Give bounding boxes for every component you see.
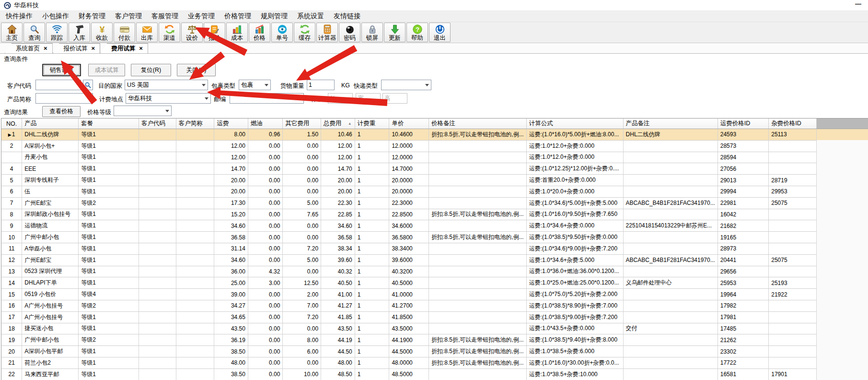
menu-item-4[interactable]: 客户管理 bbox=[115, 12, 142, 21]
menu-item-5[interactable]: 客服管理 bbox=[151, 12, 178, 21]
cell-fuel: 0.00 bbox=[248, 197, 282, 209]
column-header-other-fee[interactable]: 其它费用 bbox=[283, 119, 321, 129]
menu-item-2[interactable]: 小包操作 bbox=[42, 12, 69, 21]
column-header-customer-name[interactable]: 客户简称 bbox=[176, 119, 214, 129]
tab-1[interactable]: 系统首页× bbox=[5, 43, 53, 53]
price-level-select[interactable] bbox=[114, 106, 172, 116]
pay-button[interactable]: 付款 bbox=[114, 23, 135, 42]
tracking-number-button[interactable]: 单号 bbox=[271, 23, 293, 42]
sale-trial-button[interactable]: 销售试算 bbox=[42, 64, 81, 76]
calculator-button[interactable]: 计算器 bbox=[316, 23, 338, 42]
dest-country-select[interactable]: US 美国 bbox=[125, 80, 208, 90]
table-row[interactable]: 11A华磊小包等级131.140.007.2038.34138.3400运费:(… bbox=[1, 243, 868, 254]
column-header-bill-weight[interactable]: 计费重 bbox=[355, 119, 389, 129]
minimize-button[interactable]: — bbox=[855, 0, 861, 7]
height-input[interactable] bbox=[382, 93, 407, 104]
view-price-button[interactable]: 查看价格 bbox=[42, 106, 81, 117]
column-header-total-fee[interactable]: 总费用▲ bbox=[321, 119, 355, 129]
table-row[interactable]: 14DHLAPI下单等级125.003.0012.5040.50140.5000… bbox=[1, 277, 868, 289]
table-row[interactable]: 7广州E邮宝等级217.300.005.0022.30122.3000运费:(1… bbox=[1, 197, 868, 209]
table-row[interactable]: 20A深圳小包平邮等级138.500.006.0044.50144.5000折扣… bbox=[1, 346, 868, 357]
column-header-customer-code[interactable]: 客户代码 bbox=[139, 119, 176, 129]
column-header-freight[interactable]: 运费 bbox=[214, 119, 248, 129]
close-icon[interactable]: × bbox=[92, 46, 95, 51]
customer-search-button[interactable] bbox=[83, 80, 93, 90]
weight-input[interactable] bbox=[307, 80, 335, 90]
close-button[interactable]: 关闭(X) bbox=[177, 64, 216, 76]
cell-no: 16 bbox=[1, 300, 22, 311]
password-button[interactable]: 密码 bbox=[339, 23, 360, 42]
width-input[interactable] bbox=[356, 93, 381, 104]
table-row[interactable]: 150519 小包价等级439.000.002.0041.00141.0000运… bbox=[1, 289, 868, 300]
table-row[interactable]: 12广州E邮宝等级134.600.005.0039.60139.6000运费:1… bbox=[1, 254, 868, 266]
cell-freight: 31.14 bbox=[214, 243, 248, 254]
table-row[interactable]: 18捷买送小包等级143.500.000.0043.50143.5000运费:1… bbox=[1, 323, 868, 334]
exit-button[interactable]: 退出 bbox=[429, 23, 451, 42]
cost-trial-button[interactable]: 成本试算 bbox=[88, 64, 125, 76]
customer-code-input[interactable] bbox=[35, 80, 81, 90]
column-header-product-note[interactable]: 产品备注 bbox=[623, 119, 718, 129]
product-select[interactable] bbox=[35, 93, 93, 104]
column-header-price-note[interactable]: 价格备注 bbox=[428, 119, 526, 129]
cost-button[interactable]: 成本 bbox=[226, 23, 248, 42]
table-row[interactable]: 22马来西亚平邮等级138.500.0010.0048.50148.5000运费… bbox=[1, 368, 868, 380]
receive-payment-button[interactable]: ¥收款 bbox=[91, 23, 113, 42]
inbound-button[interactable]: 入库 bbox=[69, 23, 90, 42]
table-row[interactable]: 21荷兰小包2等级148.000.000.0048.00148.0000折扣:8… bbox=[1, 357, 868, 368]
lock-screen-button[interactable]: 锁屏 bbox=[361, 23, 383, 42]
cache-button[interactable]: 缓存 bbox=[294, 23, 315, 42]
express-type-select[interactable] bbox=[381, 80, 431, 90]
parcel-type-select[interactable]: 包裹 bbox=[239, 80, 271, 90]
customer-search-icon bbox=[84, 82, 92, 89]
column-header-misc-price-id[interactable]: 杂费价格ID bbox=[769, 119, 817, 129]
column-header-fuel[interactable]: 燃油 bbox=[248, 119, 282, 129]
column-header-formula[interactable]: 计算公式 bbox=[526, 119, 623, 129]
cell-package: 等级1 bbox=[79, 163, 139, 175]
column-header-freight-price-id[interactable]: 运费价格ID bbox=[718, 119, 769, 129]
table-row[interactable]: 6伍等级120.000.000.0020.00120.0000运费:1.0*20… bbox=[1, 186, 868, 197]
column-header-no[interactable]: NO. bbox=[1, 119, 22, 129]
menu-item-3[interactable]: 财务管理 bbox=[79, 12, 105, 21]
table-row[interactable]: 10广州中邮小包等级136.580.000.0036.58136.5800折扣:… bbox=[1, 232, 868, 243]
tab-2[interactable]: 报价试算× bbox=[53, 43, 101, 53]
close-icon[interactable]: × bbox=[44, 46, 47, 51]
billing-place-select[interactable]: 华磊科技 bbox=[126, 93, 211, 104]
menu-item-8[interactable]: 规则管理 bbox=[261, 12, 288, 21]
table-row[interactable]: 4EEE等级114.700.000.0014.70114.7000运费:(1.0… bbox=[1, 163, 868, 175]
reset-button[interactable]: 复位(R) bbox=[131, 64, 171, 76]
menu-item-7[interactable]: 价格管理 bbox=[224, 12, 251, 21]
cell-total-fee: 12.00 bbox=[321, 140, 355, 152]
price-button[interactable]: 价格 bbox=[249, 23, 270, 42]
table-row[interactable]: 16A广州小包挂号等级234.270.007.0041.27141.2700运费… bbox=[1, 300, 868, 311]
cell-no: ▶1 bbox=[1, 129, 22, 141]
home-button[interactable]: 主页 bbox=[1, 23, 23, 42]
table-row[interactable]: 8深圳邮政小包挂号等级115.200.007.6522.85122.8500折扣… bbox=[1, 209, 868, 220]
table-row[interactable]: 丹麦小包等级112.000.000.0012.00112.0000运费:1.0*… bbox=[1, 152, 868, 163]
update-button[interactable]: 更新 bbox=[384, 23, 405, 42]
set-price-button[interactable]: 设价 bbox=[181, 23, 203, 42]
search-button[interactable]: 查询 bbox=[23, 23, 45, 42]
column-header-product[interactable]: 产品 bbox=[22, 119, 79, 129]
postcode-input[interactable] bbox=[230, 93, 304, 104]
column-header-unit-price[interactable]: 单价 bbox=[389, 119, 429, 129]
table-row[interactable]: 2A深圳小包+等级112.000.000.0012.00112.0000运费:1… bbox=[1, 140, 868, 152]
tab-3[interactable]: 费用试算× bbox=[100, 43, 148, 53]
table-row[interactable]: ▶1DHL二线仿牌等级18.000.961.5010.46110.4600折扣:… bbox=[1, 129, 868, 141]
length-input[interactable] bbox=[328, 93, 353, 104]
help-button[interactable]: ?帮助 bbox=[406, 23, 428, 42]
menu-item-6[interactable]: 业务管理 bbox=[188, 12, 215, 21]
close-icon[interactable]: × bbox=[139, 46, 143, 51]
menu-item-1[interactable]: 快件操作 bbox=[6, 12, 33, 21]
quote-button[interactable]: 报价 bbox=[204, 23, 225, 42]
track-button[interactable]: 跟踪 bbox=[46, 23, 68, 42]
table-row[interactable]: 19广州中邮小包等级236.190.008.0044.19144.1900折扣:… bbox=[1, 334, 868, 346]
menu-item-9[interactable]: 系统设置 bbox=[297, 12, 324, 21]
channel-button[interactable]: 渠道 bbox=[159, 23, 180, 42]
table-row[interactable]: 17A广州小包挂号等级134.650.007.2041.85141.8500运费… bbox=[1, 311, 868, 323]
table-row[interactable]: 130523 深圳代理等级136.004.320.0040.32140.3200… bbox=[1, 266, 868, 277]
column-header-package[interactable]: 套餐 bbox=[79, 119, 139, 129]
menu-item-10[interactable]: 友情链接 bbox=[334, 12, 360, 21]
outbound-button[interactable]: 出库 bbox=[136, 23, 158, 42]
table-row[interactable]: 5深圳专线鞋子等级120.000.000.0020.00120.0000运费:首… bbox=[1, 175, 868, 186]
table-row[interactable]: 9运德物流等级134.600.000.0034.60134.6000运费:1.0… bbox=[1, 220, 868, 232]
